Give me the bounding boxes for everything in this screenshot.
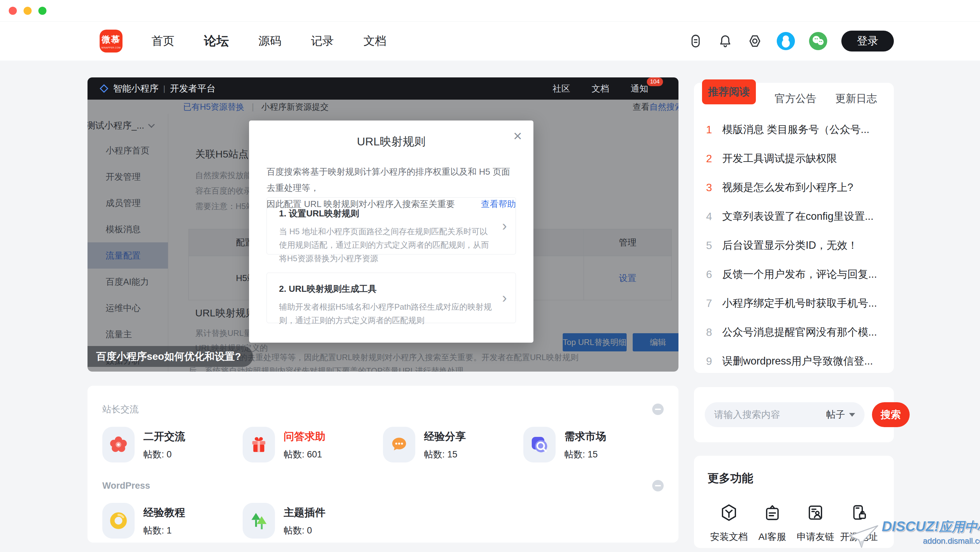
chevron-right-icon: › (502, 218, 507, 234)
post-title-caption: 百度小程序seo如何优化和设置? (88, 346, 253, 367)
sidebar-tab[interactable]: 推荐阅读 (702, 80, 756, 104)
brand-logo[interactable]: 微慕 MINAPPER.COM (100, 30, 123, 52)
forum-categories-card: 站长交流 二开交流 帖数: 0 问答求助 帖数: 601 经验分享 帖 (88, 386, 678, 542)
main-nav: 首页论坛源码记录文档 (151, 22, 387, 60)
wechat-login-icon[interactable] (809, 32, 827, 50)
close-button[interactable] (9, 7, 17, 15)
embedded-platform: 开发者平台 (170, 83, 215, 95)
package-icon (720, 504, 738, 523)
search-pill: 帖子 (705, 402, 865, 427)
forum-section-title: WordPress (102, 480, 150, 491)
article-item[interactable]: 7 小程序绑定手机号时获取手机号... (706, 289, 882, 318)
article-item[interactable]: 1 模版消息 类目服务号（公众号... (706, 115, 882, 144)
chat-icon (383, 427, 415, 463)
modal-option-2: 2. URL映射规则生成工具 辅助开发者根据H5域名和小程序Path路径生成对应… (267, 273, 516, 323)
article-item[interactable]: 9 误删wordpress用户导致微信登... (706, 347, 882, 375)
forum-category[interactable]: 主题插件 帖数: 0 (243, 503, 383, 539)
article-title: 文章列表设置了在config里设置... (722, 209, 873, 223)
more-function-item[interactable]: 申请友链 (794, 504, 837, 543)
search-input[interactable] (714, 409, 826, 420)
modal-option-1: 1. 设置URL映射规则 当 H5 地址和小程序页面路径之间存在规则匹配关系时可… (267, 197, 516, 255)
article-title: 开发工具调试提示缺权限 (722, 151, 837, 165)
sidebar-tab[interactable]: 官方公告 (775, 92, 816, 106)
nav-item[interactable]: 论坛 (204, 33, 229, 49)
article-rank: 9 (706, 355, 722, 367)
recommended-articles-card: 推荐阅读官方公告更新日志 1 模版消息 类目服务号（公众号... 2 开发工具调… (694, 83, 894, 373)
brand-logo-text: 微慕 (102, 33, 121, 45)
qq-login-icon[interactable] (777, 32, 795, 50)
article-item[interactable]: 2 开发工具调试提示缺权限 (706, 144, 882, 173)
forum-category[interactable]: 需求市场 帖数: 15 (523, 427, 663, 463)
idcard-icon (807, 504, 824, 523)
sidebar-tab[interactable]: 更新日志 (835, 92, 877, 106)
search-type-select[interactable]: 帖子 (826, 408, 855, 421)
clipboard-icon (763, 504, 781, 523)
article-title: 公众号消息提醒官网没有那个模... (722, 325, 877, 339)
collapse-icon[interactable] (652, 404, 663, 415)
embedded-modal: URL映射规则 × 百度搜索将基于映射规则计算小程序的排序权重以及和 H5 页面… (249, 121, 533, 343)
article-title: 误删wordpress用户导致微信登... (722, 354, 873, 368)
embedded-site-header: 智能小程序 | 开发者平台 社区 文档 通知104 (88, 77, 678, 100)
article-rank: 2 (706, 153, 722, 165)
gear-icon[interactable] (747, 33, 763, 49)
article-title: 反馈一个用户发布，评论与回复... (722, 267, 877, 282)
modal-title: URL映射规则 (249, 134, 533, 150)
article-rank: 5 (706, 239, 722, 252)
article-rank: 7 (706, 297, 722, 310)
embedded-brand: 智能小程序 (113, 83, 159, 95)
article-rank: 1 (706, 124, 722, 136)
bell-icon[interactable] (718, 33, 733, 49)
article-item[interactable]: 4 文章列表设置了在config里设置... (706, 202, 882, 231)
embedded-menu: 社区 文档 通知104 (553, 83, 648, 95)
minimize-button[interactable] (24, 7, 32, 15)
article-rank: 6 (706, 268, 722, 281)
baidu-smartapp-icon (100, 84, 108, 93)
lens-icon (523, 427, 555, 463)
article-rank: 4 (706, 210, 722, 223)
chevron-right-icon: › (502, 290, 507, 306)
more-function-item[interactable]: AI客服 (751, 504, 794, 543)
nav-item[interactable]: 文档 (363, 33, 387, 49)
forum-category[interactable]: 问答求助 帖数: 601 (243, 427, 383, 463)
nav-item[interactable]: 首页 (151, 33, 174, 49)
more-function-item[interactable]: 安装文档 (707, 504, 751, 543)
article-rank: 8 (706, 326, 722, 339)
trees-icon (243, 503, 275, 539)
header-actions: 登录 (688, 22, 894, 60)
more-functions-card: 更多功能 安装文档 AI客服 申请友链 开源地址 (694, 456, 894, 548)
article-title: 后台设置显示分类ID，无效！ (722, 238, 858, 253)
maximize-button[interactable] (38, 7, 46, 15)
nav-item[interactable]: 源码 (258, 33, 282, 49)
article-item[interactable]: 6 反馈一个用户发布，评论与回复... (706, 260, 882, 289)
gift-icon (243, 427, 275, 463)
article-rank: 3 (706, 181, 722, 194)
article-item[interactable]: 8 公众号消息提醒官网没有那个模... (706, 318, 882, 347)
embedded-screenshot: 已有H5资源替换 | 小程序新资源提交 查看自然搜索 测试小程序_... 小程序… (88, 100, 678, 372)
more-function-item[interactable]: 开源地址 (837, 504, 880, 543)
window-titlebar (0, 0, 980, 22)
article-item[interactable]: 3 视频是怎么发布到小程序上? (706, 173, 882, 202)
forum-section-header: WordPress (102, 480, 663, 492)
forum-category[interactable]: 二开交流 帖数: 0 (102, 427, 243, 463)
caret-down-icon (849, 413, 855, 417)
collapse-icon[interactable] (652, 480, 663, 492)
forum-section-title: 站长交流 (102, 403, 138, 415)
nav-item[interactable]: 记录 (311, 33, 334, 49)
search-card: 帖子 搜索 (694, 387, 894, 442)
search-button[interactable]: 搜索 (872, 402, 910, 427)
ring-icon (102, 503, 135, 539)
flower-icon (102, 427, 135, 463)
lockcard-icon (850, 504, 868, 523)
forum-category[interactable]: 经验教程 帖数: 1 (102, 503, 243, 539)
message-card-icon[interactable] (688, 33, 703, 49)
article-item[interactable]: 5 后台设置显示分类ID，无效！ (706, 231, 882, 260)
article-title: 视频是怎么发布到小程序上? (722, 180, 853, 194)
forum-category[interactable]: 经验分享 帖数: 15 (383, 427, 523, 463)
more-functions-title: 更多功能 (707, 471, 880, 486)
brand-logo-subtext: MINAPPER.COM (102, 46, 121, 49)
login-button[interactable]: 登录 (842, 31, 894, 51)
forum-section-header: 站长交流 (102, 403, 663, 415)
notification-badge: 104 (647, 77, 663, 86)
post-thumbnail-card[interactable]: 智能小程序 | 开发者平台 社区 文档 通知104 已有H5资源替换 | 小程序… (88, 77, 678, 372)
site-header: 微慕 MINAPPER.COM 首页论坛源码记录文档 登录 (0, 22, 980, 60)
